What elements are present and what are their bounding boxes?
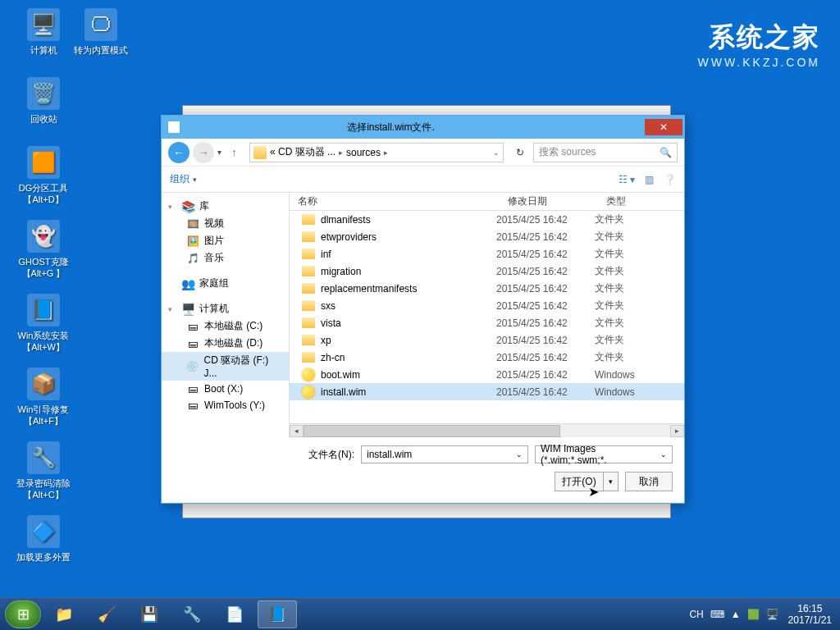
desktop-icon[interactable]: 🟧DG分区工具【Alt+D】 xyxy=(15,146,72,205)
file-pane: 名称 修改日期 类型 dlmanifests2015/4/25 16:42文件夹… xyxy=(290,193,684,437)
scroll-left-button[interactable]: ◂ xyxy=(290,425,304,437)
desktop-icon[interactable]: 🖥️计算机 xyxy=(15,8,72,56)
sidebar-item-pictures[interactable]: 🖼️图片 xyxy=(162,232,289,249)
desktop-icon[interactable]: 🖵转为内置模式 xyxy=(72,8,130,56)
sidebar-item-drive[interactable]: 💿CD 驱动器 (F:) J... xyxy=(162,352,289,381)
file-row[interactable]: vista2015/4/25 16:42文件夹 xyxy=(290,314,684,331)
horizontal-scrollbar[interactable]: ◂ ▸ xyxy=(290,423,684,437)
scroll-track[interactable] xyxy=(304,425,670,437)
file-row[interactable]: migration2015/4/25 16:42文件夹 xyxy=(290,262,684,280)
file-type: 文件夹 xyxy=(595,350,684,364)
desktop-icon-glyph: 🗑️ xyxy=(27,77,60,110)
taskbar-clock[interactable]: 16:15 2017/1/21 xyxy=(788,603,832,626)
taskbar-app-1[interactable]: 📁 xyxy=(44,600,84,628)
desktop-icon[interactable]: 🔷加载更多外置 xyxy=(15,515,72,563)
open-dropdown[interactable]: ▾ xyxy=(603,472,618,491)
sidebar-label: 计算机 xyxy=(199,302,229,316)
sidebar-group-homegroup[interactable]: 👥 家庭组 xyxy=(162,275,289,292)
taskbar-app-3[interactable]: 💾 xyxy=(130,600,169,628)
open-button[interactable]: 打开(O) ▾ ➤ xyxy=(555,472,619,491)
sidebar-item-videos[interactable]: 🎞️视频 xyxy=(162,215,289,232)
file-row[interactable]: xp2015/4/25 16:42文件夹 xyxy=(290,331,684,349)
start-button[interactable]: ⊞ xyxy=(5,600,41,628)
desktop-icon[interactable]: 🗑️回收站 xyxy=(15,77,72,125)
col-date[interactable]: 修改日期 xyxy=(500,194,598,208)
address-bar[interactable]: « CD 驱动器 ... ▸ sources ▸ ⌄ xyxy=(249,143,504,162)
up-button[interactable]: ↑ xyxy=(225,144,243,162)
desktop-icon[interactable]: 👻GHOST克隆【Alt+G 】 xyxy=(15,220,72,279)
refresh-button[interactable]: ↻ xyxy=(510,144,530,162)
file-date: 2015/4/25 16:42 xyxy=(496,300,595,312)
organize-button[interactable]: 组织 xyxy=(170,172,189,186)
file-date: 2015/4/25 16:42 xyxy=(496,369,595,381)
picture-icon: 🖼️ xyxy=(186,235,199,248)
chevron-right-icon: ▸ xyxy=(384,148,388,157)
filetype-filter[interactable]: WIM Images (*.wim;*.swm;*. ⌄ xyxy=(535,445,673,463)
file-name: zh-cn xyxy=(321,352,496,363)
desktop-icon-glyph: 👻 xyxy=(27,220,60,253)
sidebar-item-drive[interactable]: 🖴本地磁盘 (C:) xyxy=(162,317,289,335)
file-name: sxs xyxy=(321,300,496,312)
close-button[interactable]: ✕ xyxy=(645,119,682,135)
filename-label: 文件名(N): xyxy=(308,448,354,462)
taskbar-app-5[interactable]: 📄 xyxy=(215,600,254,628)
file-row[interactable]: dlmanifests2015/4/25 16:42文件夹 xyxy=(290,211,684,228)
col-type[interactable]: 类型 xyxy=(598,194,684,208)
taskbar-app-2[interactable]: 🧹 xyxy=(87,600,126,628)
scroll-thumb[interactable] xyxy=(304,425,560,437)
watermark: 系统之家 WWW.KKZJ.COM xyxy=(697,20,820,69)
breadcrumb-seg-1[interactable]: « CD 驱动器 ... xyxy=(270,145,336,159)
cancel-button[interactable]: 取消 xyxy=(625,472,673,491)
chevron-down-icon: ⌄ xyxy=(516,450,523,459)
preview-pane-button[interactable]: ▥ xyxy=(645,174,654,185)
file-row[interactable]: zh-cn2015/4/25 16:42文件夹 xyxy=(290,349,684,366)
folder-icon xyxy=(253,146,267,159)
organize-dropdown-icon[interactable]: ▾ xyxy=(193,176,197,184)
dialog-titlebar[interactable]: 选择install.wim文件. ✕ xyxy=(162,116,684,139)
help-button[interactable]: ❔ xyxy=(664,174,676,185)
history-dropdown[interactable]: ▾ xyxy=(217,148,221,157)
view-mode-button[interactable]: ☷ ▾ xyxy=(619,174,635,185)
sidebar-group-library[interactable]: ▾ 📚 库 xyxy=(162,198,289,215)
keyboard-icon[interactable]: ⌨ xyxy=(710,609,724,620)
file-row[interactable]: sxs2015/4/25 16:42文件夹 xyxy=(290,297,684,314)
sidebar-item-drive[interactable]: 🖴WimTools (Y:) xyxy=(162,397,289,413)
folder-icon xyxy=(301,335,316,345)
breadcrumb-seg-2[interactable]: sources xyxy=(346,147,381,158)
taskbar-app-4[interactable]: 🔧 xyxy=(172,600,212,628)
back-button[interactable]: ← xyxy=(168,142,189,163)
search-input[interactable]: 搜索 sources 🔍 xyxy=(533,143,678,162)
tray-icon-1[interactable]: ▲ xyxy=(731,609,741,620)
file-name: migration xyxy=(321,266,496,277)
file-name: replacementmanifests xyxy=(321,283,496,294)
file-row[interactable]: etwproviders2015/4/25 16:42文件夹 xyxy=(290,228,684,245)
file-date: 2015/4/25 16:42 xyxy=(496,231,595,243)
tray-icon-2[interactable]: 🟩 xyxy=(747,609,760,620)
watermark-url: WWW.KKZJ.COM xyxy=(697,56,820,69)
file-row[interactable]: replacementmanifests2015/4/25 16:42文件夹 xyxy=(290,280,684,297)
file-row[interactable]: boot.wim2015/4/25 16:42Windows xyxy=(290,366,684,383)
clock-time: 16:15 xyxy=(788,603,832,614)
sidebar-item-drive[interactable]: 🖴本地磁盘 (D:) xyxy=(162,335,289,352)
sidebar-group-computer[interactable]: ▾ 🖥️ 计算机 xyxy=(162,300,289,317)
scroll-right-button[interactable]: ▸ xyxy=(670,425,684,437)
col-name[interactable]: 名称 xyxy=(290,194,500,208)
file-list[interactable]: dlmanifests2015/4/25 16:42文件夹etwprovider… xyxy=(290,211,684,423)
tray-icon-3[interactable]: 🖥️ xyxy=(766,609,778,620)
taskbar-app-active[interactable]: 📘 xyxy=(258,600,297,628)
desktop-icon[interactable]: 📘Win系统安装【Alt+W】 xyxy=(15,294,72,353)
desktop-icon[interactable]: 📦Win引导修复【Alt+F】 xyxy=(15,368,72,427)
file-row[interactable]: install.wim2015/4/25 16:42Windows xyxy=(290,383,684,400)
sidebar-label: 库 xyxy=(199,199,209,213)
filename-input[interactable]: install.wim ⌄ xyxy=(361,445,528,463)
sidebar-item-drive[interactable]: 🖴Boot (X:) xyxy=(162,381,289,397)
forward-button[interactable]: → xyxy=(193,142,214,163)
file-row[interactable]: inf2015/4/25 16:42文件夹 xyxy=(290,245,684,262)
file-type: 文件夹 xyxy=(595,230,684,244)
sidebar-item-music[interactable]: 🎵音乐 xyxy=(162,249,289,267)
ime-indicator[interactable]: CH xyxy=(689,609,703,620)
homegroup-icon: 👥 xyxy=(181,277,194,290)
address-dropdown[interactable]: ⌄ xyxy=(493,148,500,157)
desktop-icon[interactable]: 🔧登录密码清除【Alt+C】 xyxy=(15,441,72,500)
watermark-title: 系统之家 xyxy=(697,20,820,56)
